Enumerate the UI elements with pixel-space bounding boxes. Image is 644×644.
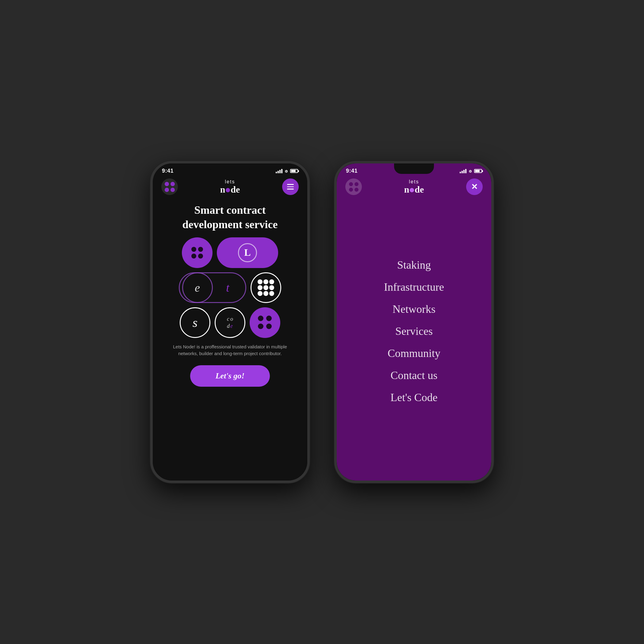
hero-section: Smart contract development service bbox=[153, 200, 307, 237]
hero-title: Smart contract development service bbox=[162, 203, 298, 232]
code-circle: c o d e bbox=[215, 307, 245, 338]
icon-row-2: e t bbox=[161, 272, 299, 303]
logo-dot-2 bbox=[410, 188, 414, 192]
phone-1: 9:41 ⌾ Lets bbox=[150, 161, 310, 483]
wifi-icon: ⌾ bbox=[285, 168, 288, 174]
purple-dot-cluster bbox=[250, 307, 280, 338]
hamburger-icon bbox=[287, 184, 294, 190]
nav-item-contact[interactable]: Contact us bbox=[343, 366, 485, 385]
phone-2: 9:41 ⌾ bbox=[334, 161, 494, 483]
cta-button[interactable]: Let's go! bbox=[190, 365, 270, 387]
letter-e: e bbox=[195, 281, 200, 294]
icon-row-1: L bbox=[161, 237, 299, 268]
description-text: Lets Node! is a proffessional trusted va… bbox=[153, 338, 307, 361]
battery-icon bbox=[290, 169, 298, 173]
status-bar-1: 9:41 ⌾ bbox=[153, 163, 307, 176]
cta-area: Let's go! bbox=[153, 361, 307, 396]
four-dots-dark bbox=[191, 247, 203, 259]
nine-bubble-circle bbox=[251, 272, 281, 303]
logo-node-1: nde bbox=[220, 184, 240, 194]
four-dots-icon bbox=[165, 182, 175, 192]
code-letters-grid: c o d e bbox=[227, 316, 233, 329]
letter-t-area: t bbox=[213, 272, 243, 303]
nav-item-services[interactable]: Services bbox=[343, 322, 485, 341]
logo-2: Lets nde bbox=[404, 179, 424, 195]
status-icons-2: ⌾ bbox=[460, 168, 482, 174]
logo-lets-1: Lets bbox=[220, 179, 240, 185]
menu-btn[interactable] bbox=[282, 178, 299, 195]
nav-item-staking[interactable]: Staking bbox=[343, 255, 485, 274]
pill-l: L bbox=[217, 237, 278, 268]
icon-row-3: s c o d e bbox=[161, 307, 299, 338]
nav-item-letscode[interactable]: Let's Code bbox=[343, 388, 485, 407]
time-2: 9:41 bbox=[346, 168, 358, 174]
signal-icon bbox=[276, 169, 282, 173]
circle-e: e bbox=[182, 272, 213, 303]
signal-icon-2 bbox=[460, 169, 466, 173]
close-btn[interactable]: ✕ bbox=[466, 178, 483, 195]
purple-dots-circle bbox=[182, 237, 213, 268]
status-icons-1: ⌾ bbox=[276, 168, 298, 174]
header-bar-2: Lets nde ✕ bbox=[337, 176, 491, 200]
pill-et: e t bbox=[179, 272, 246, 303]
circle-s: s bbox=[180, 307, 210, 338]
four-dots-icon-2 bbox=[349, 182, 358, 192]
battery-icon-2 bbox=[474, 169, 482, 173]
letter-s: s bbox=[193, 315, 197, 330]
time-1: 9:41 bbox=[162, 168, 174, 174]
pill-letter-l: L bbox=[238, 243, 257, 262]
icon-grid: L e t bbox=[153, 237, 307, 338]
letter-t: t bbox=[226, 281, 229, 294]
logo-lets-2: Lets bbox=[404, 179, 424, 185]
logo-node-2: nde bbox=[404, 184, 424, 194]
grid-icon-btn-2[interactable] bbox=[345, 178, 362, 195]
grid-icon-btn[interactable] bbox=[161, 178, 178, 195]
nav-item-networks[interactable]: Networks bbox=[343, 300, 485, 319]
nav-menu: Staking Infrastructure Networks Services… bbox=[337, 200, 491, 481]
status-bar-2: 9:41 ⌾ bbox=[337, 163, 491, 176]
nav-item-infrastructure[interactable]: Infrastructure bbox=[343, 278, 485, 297]
wifi-icon-2: ⌾ bbox=[469, 168, 472, 174]
dot-cluster-icon bbox=[258, 316, 272, 330]
nav-item-community[interactable]: Community bbox=[343, 344, 485, 363]
close-icon: ✕ bbox=[471, 182, 478, 192]
logo-1: Lets nde bbox=[220, 179, 240, 195]
logo-dot bbox=[226, 188, 230, 192]
nine-bubbles-icon bbox=[258, 279, 274, 296]
header-bar-1: Lets nde bbox=[153, 176, 307, 200]
